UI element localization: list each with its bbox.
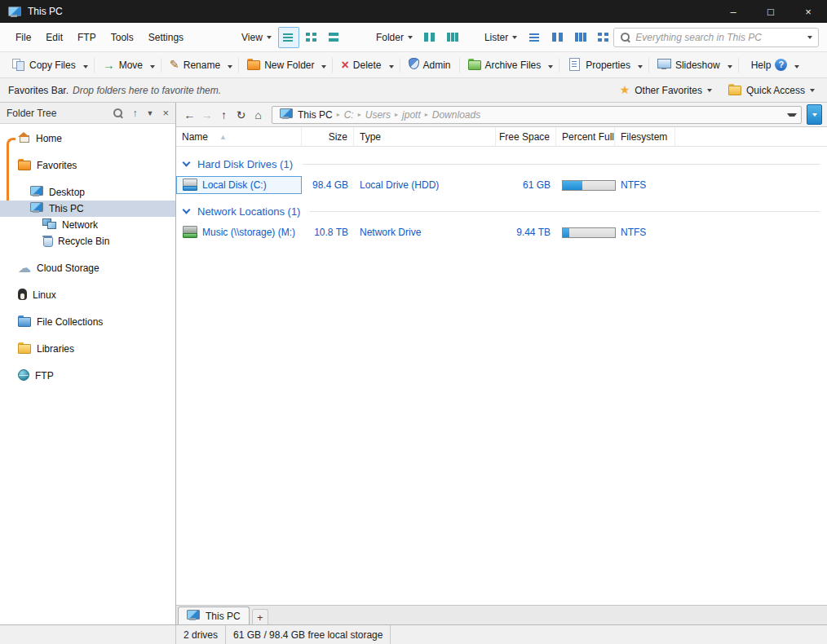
percent-full-bar [562,180,616,191]
tree-item-libraries[interactable]: Libraries [0,341,175,357]
column-free-space[interactable]: Free Space [496,127,556,146]
thumbnails-view-button[interactable] [301,27,322,48]
toolbar-dropdown[interactable] [635,56,645,74]
tree-item-recycle-bin[interactable]: Recycle Bin [0,233,175,249]
close-button[interactable]: × [789,0,827,23]
column-type[interactable]: Type [354,127,496,146]
tiles-view-button[interactable] [324,27,345,48]
path-dropdown-icon[interactable] [787,113,797,117]
toolbar-dropdown[interactable] [148,56,157,74]
drive-size: 10.8 TB [302,223,354,241]
rename-button[interactable]: ✎Rename [165,56,225,73]
toolbar-dropdown[interactable] [725,56,735,74]
tab-this-pc[interactable]: This PC [178,607,250,624]
drive-name-cell[interactable]: Local Disk (C:) [176,176,302,194]
column-filesystem[interactable]: Filesystem [615,127,675,146]
drive-row-music-storage-m[interactable]: Music (\\storage) (M:)10.8 TBNetwork Dri… [176,223,827,242]
toolbar-dropdown[interactable] [792,56,802,74]
group-header-network-locations-1[interactable]: Network Locations (1) [176,201,827,222]
file-list: Hard Disk Drives (1)Local Disk (C:)98.4 … [176,147,827,605]
admin-button[interactable]: Admin [404,55,456,74]
sort-ascending-icon: ▲ [219,133,227,141]
breadcrumb-jpott[interactable]: jpott [399,108,424,121]
drive-name-cell[interactable]: Music (\\storage) (M:) [176,223,302,241]
network-icon [42,218,56,229]
menu-ftp[interactable]: FTP [70,29,104,46]
minimize-button[interactable]: – [714,0,752,23]
quick-access-button[interactable]: Quick Access [724,82,819,99]
tree-item-linux[interactable]: Linux [0,287,175,303]
lister-layout-1-button[interactable] [524,27,545,48]
help-button[interactable]: Help? [742,56,793,73]
folder-tiles-button[interactable] [442,27,463,48]
tree-item-ftp[interactable]: FTP [0,368,175,384]
chevron-down-icon [548,65,553,68]
toolbar-dropdown[interactable] [225,56,235,74]
delete-button[interactable]: ×Delete [336,56,386,74]
percent-full-bar-fill [563,181,582,190]
column-percent-full[interactable]: Percent Full [556,127,615,146]
toolbar-dropdown[interactable] [387,56,396,74]
breadcrumb-this-pc[interactable]: This PC [276,108,336,122]
chevron-down-icon[interactable] [807,36,812,39]
view-menu[interactable]: View [238,29,275,46]
archive-files-button[interactable]: Archive Files [463,56,546,74]
lister-layout-3-button[interactable] [569,27,590,48]
tree-item-network[interactable]: Network [0,217,175,233]
tree-search-icon[interactable] [113,108,123,118]
back-button[interactable]: ← [181,106,198,124]
tree-collapse-icon[interactable]: ↑ [132,108,137,119]
move-button[interactable]: →Move [98,56,148,74]
tree-item-cloud-storage[interactable]: ☁Cloud Storage [0,260,175,276]
breadcrumb-downloads[interactable]: Downloads [429,108,484,121]
chevron-down-icon [267,36,272,39]
properties-button[interactable]: Properties [563,55,635,75]
tree-item-file-collections[interactable]: File Collections [0,314,175,330]
forward-button[interactable]: → [198,106,215,124]
toolbar-dropdown[interactable] [81,56,91,74]
home-button[interactable]: ⌂ [250,106,267,124]
maximize-button[interactable]: □ [752,0,789,23]
menu-settings[interactable]: Settings [141,29,191,46]
breadcrumb-users[interactable]: Users [362,108,394,121]
drive-row-local-disk-c[interactable]: Local Disk (C:)98.4 GBLocal Drive (HDD)6… [176,175,827,195]
tree-item-desktop[interactable]: Desktop [0,184,175,201]
menu-edit[interactable]: Edit [38,29,70,46]
folder-menu[interactable]: Folder [373,29,416,46]
new-tab-button[interactable]: + [252,609,268,624]
menu-file[interactable]: File [8,29,38,46]
refresh-button[interactable]: ↻ [232,106,250,124]
tree-item-this-pc[interactable]: This PC [0,201,175,217]
toolbar-dropdown[interactable] [546,56,555,74]
tree-close-icon[interactable]: × [162,107,169,119]
group-header-hard-disk-drives-1[interactable]: Hard Disk Drives (1) [176,153,827,174]
computer-icon [30,202,43,213]
breadcrumb-c[interactable]: C: [341,108,357,121]
dual-display-button[interactable] [807,104,822,125]
details-view-button[interactable] [278,27,299,48]
tree-pin-icon[interactable]: ▼ [146,109,153,117]
folder-columns-icon [423,32,436,42]
chevron-down-icon [150,65,155,68]
drive-size: 98.4 GB [302,176,354,194]
folder-columns-button[interactable] [419,27,440,48]
drive-filesystem: NTFS [615,176,675,194]
column-size[interactable]: Size [302,127,354,146]
lister-layout-4-button[interactable] [592,27,613,48]
menu-items: FileEditFTPToolsSettings [8,29,191,46]
folder-tiles-icon [446,32,458,42]
new-folder-button[interactable]: New Folder [242,56,319,74]
other-favorites-button[interactable]: ★Other Favorites [616,82,716,99]
menu-tools[interactable]: Tools [104,29,141,46]
column-name[interactable]: Name▲ [176,127,302,146]
breadcrumb[interactable]: This PC▸C:▸Users▸jpott▸Downloads [272,106,802,124]
lister-layout-2-button[interactable] [546,27,568,48]
up-button[interactable]: ↑ [215,106,232,124]
slideshow-button[interactable]: Slideshow [652,55,725,75]
tree-item-favorites[interactable]: Favorites [0,157,175,174]
tree-item-home[interactable]: Home [0,130,175,147]
copy-files-button[interactable]: Copy Files [7,55,81,75]
search-input[interactable] [635,32,803,43]
lister-menu[interactable]: Lister [481,29,520,46]
toolbar-dropdown[interactable] [319,56,329,74]
